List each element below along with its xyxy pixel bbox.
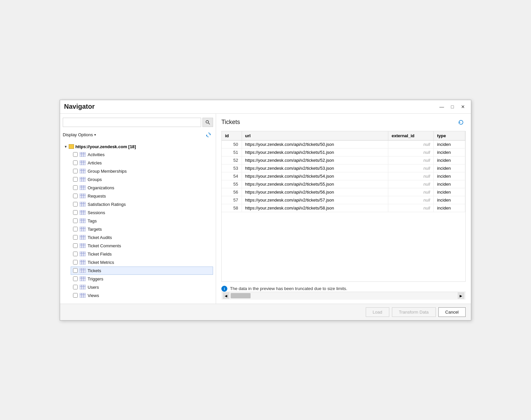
tree-item-checkbox[interactable] — [73, 243, 78, 248]
tree-item[interactable]: Triggers — [71, 275, 213, 283]
tree-item-checkbox[interactable] — [73, 260, 78, 265]
tree-item-checkbox[interactable] — [73, 194, 78, 198]
tree-item[interactable]: Articles — [71, 159, 213, 167]
tree-item[interactable]: Group Memberships — [71, 167, 213, 175]
svg-rect-18 — [80, 185, 86, 190]
svg-rect-54 — [80, 260, 86, 265]
table-cell-id: 57 — [222, 196, 242, 204]
tree-item-checkbox[interactable] — [73, 218, 78, 223]
table-icon-svg — [80, 152, 86, 157]
table-icon-svg — [80, 243, 86, 248]
svg-rect-46 — [80, 243, 86, 248]
right-title: Tickets — [221, 119, 240, 126]
tree-item[interactable]: Ticket Metrics — [71, 258, 213, 267]
tree-item-label: Organizations — [88, 185, 114, 190]
tree-item[interactable]: Requests — [71, 192, 213, 200]
svg-rect-42 — [80, 235, 86, 240]
tree-item-checkbox[interactable] — [73, 177, 78, 182]
maximize-button[interactable]: □ — [448, 103, 456, 111]
table-cell-external-id: null — [388, 172, 434, 180]
search-button[interactable] — [202, 118, 213, 127]
tree-item-checkbox[interactable] — [73, 285, 78, 289]
search-row — [63, 118, 213, 127]
table-icon-svg — [80, 160, 86, 165]
display-options-button[interactable]: Display Options ▾ — [63, 132, 96, 137]
main-content: Display Options ▾ ▼ https:/ — [60, 113, 471, 304]
tree-item-checkbox[interactable] — [73, 152, 78, 157]
tree-item[interactable]: Tags — [71, 217, 213, 225]
tree-item-label: Ticket Comments — [88, 243, 121, 248]
window-title: Navigator — [64, 103, 95, 110]
scroll-left-button[interactable]: ◀ — [223, 292, 229, 299]
tree-item-label: Tags — [88, 218, 97, 223]
tree-item-checkbox[interactable] — [73, 185, 78, 190]
tree-item[interactable]: Tickets — [71, 267, 213, 275]
table-icon-svg — [80, 177, 86, 182]
table-icon — [80, 243, 86, 248]
close-button[interactable]: ✕ — [459, 103, 467, 111]
table-cell-url: https://your.zendesk.com/api/v2/tickets/… — [242, 148, 388, 156]
svg-rect-66 — [80, 285, 86, 289]
scroll-thumb[interactable] — [231, 293, 251, 298]
tree-item-checkbox[interactable] — [73, 252, 78, 256]
table-row: 51https://your.zendesk.com/api/v2/ticket… — [222, 148, 465, 156]
tree-item[interactable]: Users — [71, 283, 213, 291]
tree-item[interactable]: Groups — [71, 175, 213, 184]
tree-item-checkbox[interactable] — [73, 235, 78, 240]
tree-item-checkbox[interactable] — [73, 293, 78, 298]
truncation-text: The data in the preview has been truncat… — [230, 286, 347, 291]
tree-item-checkbox[interactable] — [73, 276, 78, 281]
table-icon-svg — [80, 235, 86, 240]
tree-item-label: Ticket Metrics — [88, 260, 114, 265]
table-icon — [80, 210, 86, 215]
data-table: idurlexternal_idtype 50https://your.zend… — [222, 131, 465, 212]
svg-rect-6 — [80, 160, 86, 165]
minimize-button[interactable]: — — [438, 103, 446, 111]
cancel-button[interactable]: Cancel — [438, 307, 466, 317]
tree-item-checkbox[interactable] — [73, 268, 78, 273]
table-icon — [80, 276, 86, 281]
tree-item[interactable]: Satisfaction Ratings — [71, 200, 213, 209]
tree-item-label: Views — [88, 293, 99, 298]
scroll-right-button[interactable]: ▶ — [458, 292, 464, 299]
svg-rect-26 — [80, 202, 86, 207]
tree-root[interactable]: ▼ https://your.zendesk.com [18] — [63, 143, 213, 150]
search-input[interactable] — [63, 118, 201, 127]
tree-item-checkbox[interactable] — [73, 202, 78, 207]
refresh-icon — [205, 132, 211, 138]
table-cell-type: inciden — [433, 204, 465, 212]
tree-item[interactable]: Sessions — [71, 209, 213, 217]
table-cell-id: 51 — [222, 148, 242, 156]
tree-item-checkbox[interactable] — [73, 227, 78, 231]
tree-item[interactable]: Views — [71, 291, 213, 300]
table-cell-external-id: null — [388, 196, 434, 204]
tree-item-checkbox[interactable] — [73, 169, 78, 173]
tree-item-label: Triggers — [88, 276, 103, 281]
tree-item[interactable]: Ticket Fields — [71, 250, 213, 258]
tree-item-checkbox[interactable] — [73, 210, 78, 215]
table-cell-id: 53 — [222, 164, 242, 172]
table-icon — [80, 185, 86, 190]
table-icon — [80, 177, 86, 182]
load-button[interactable]: Load — [366, 307, 389, 317]
transform-data-button[interactable]: Transform Data — [392, 307, 436, 317]
right-refresh-button[interactable] — [456, 118, 466, 127]
table-icon — [80, 169, 86, 173]
tree-item[interactable]: Ticket Audits — [71, 233, 213, 242]
refresh-button[interactable] — [204, 130, 213, 140]
table-cell-url: https://your.zendesk.com/api/v2/tickets/… — [242, 196, 388, 204]
data-table-wrapper: idurlexternal_idtype 50https://your.zend… — [221, 131, 466, 282]
tree-item[interactable]: Organizations — [71, 184, 213, 192]
table-icon — [80, 235, 86, 240]
svg-rect-58 — [80, 268, 86, 273]
table-cell-external-id: null — [388, 148, 434, 156]
navigator-window: Navigator — □ ✕ Display O — [60, 100, 471, 321]
tree-item[interactable]: Activities — [71, 150, 213, 159]
tree-item[interactable]: Ticket Comments — [71, 242, 213, 250]
table-cell-id: 54 — [222, 172, 242, 180]
display-options-label: Display Options — [63, 132, 93, 137]
tree-item-checkbox[interactable] — [73, 160, 78, 165]
table-icon — [80, 152, 86, 157]
tree-item[interactable]: Targets — [71, 225, 213, 233]
table-icon-svg — [80, 185, 86, 190]
